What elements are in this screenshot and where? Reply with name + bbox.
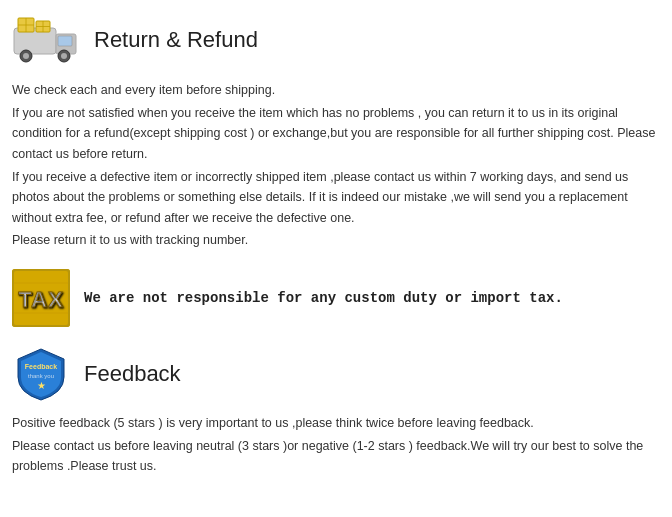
svg-text:TAX: TAX: [18, 287, 63, 312]
return-icon: [12, 10, 82, 70]
return-body: We check each and every item before ship…: [12, 80, 660, 251]
feedback-para-1: Positive feedback (5 stars ) is very imp…: [12, 413, 660, 434]
return-header: Return & Refund: [12, 10, 660, 70]
svg-text:★: ★: [37, 380, 46, 391]
feedback-para-2: Please contact us before leaving neutral…: [12, 436, 660, 477]
return-para-1: We check each and every item before ship…: [12, 80, 660, 101]
svg-point-6: [61, 53, 67, 59]
tax-text: We are not responsible for any custom du…: [84, 290, 563, 306]
feedback-title: Feedback: [84, 361, 181, 387]
return-para-4: Please return it to us with tracking num…: [12, 230, 660, 251]
feedback-icon: Feedback thank you ★: [12, 345, 70, 403]
svg-text:Feedback: Feedback: [25, 363, 57, 370]
feedback-section: Feedback thank you ★ Feedback Positive f…: [12, 345, 660, 477]
svg-text:thank you: thank you: [28, 373, 54, 379]
return-title: Return & Refund: [94, 27, 258, 53]
tax-section: TAX We are not responsible for any custo…: [12, 269, 660, 327]
svg-point-4: [23, 53, 29, 59]
feedback-header: Feedback thank you ★ Feedback: [12, 345, 660, 403]
svg-rect-2: [58, 36, 72, 46]
return-para-3: If you receive a defective item or incor…: [12, 167, 660, 229]
return-para-2: If you are not satisfied when you receiv…: [12, 103, 660, 165]
return-refund-section: Return & Refund We check each and every …: [12, 10, 660, 251]
feedback-body: Positive feedback (5 stars ) is very imp…: [12, 413, 660, 477]
tax-icon: TAX: [12, 269, 70, 327]
